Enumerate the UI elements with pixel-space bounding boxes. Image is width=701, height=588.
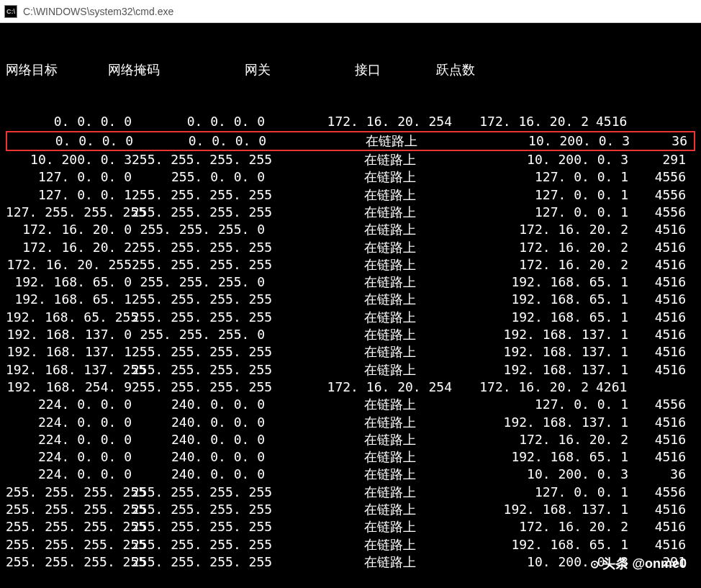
route-dest: 192. 168. 65. 1 xyxy=(6,291,132,308)
route-gateway: 172. 16. 20. 254 xyxy=(265,379,459,396)
header-mask: 网络掩码 xyxy=(71,61,196,78)
route-dest: 192. 168. 65. 255 xyxy=(6,309,132,326)
route-gateway: 在链路上 xyxy=(265,291,459,308)
route-metric: 36 xyxy=(628,466,686,483)
route-row: 224. 0. 0. 0240. 0. 0. 0在链路上192. 168. 13… xyxy=(6,414,695,431)
route-dest: 192. 168. 137. 255 xyxy=(6,361,132,379)
route-row: 192. 168. 65. 0255. 255. 255. 0在链路上192. … xyxy=(6,273,695,291)
route-row: 127. 0. 0. 0255. 0. 0. 0在链路上127. 0. 0. 1… xyxy=(6,168,695,186)
route-dest: 172. 16. 20. 255 xyxy=(6,256,132,273)
header-iface: 接口 xyxy=(319,61,416,78)
route-gateway: 在链路上 xyxy=(265,326,459,343)
route-mask: 0. 0. 0. 0 xyxy=(133,132,266,150)
route-mask: 255. 255. 255. 255 xyxy=(132,361,265,379)
route-dest: 192. 168. 254. 9 xyxy=(6,379,132,396)
route-dest: 255. 255. 255. 255 xyxy=(6,501,132,518)
route-iface: 192. 168. 65. 1 xyxy=(459,536,628,553)
route-metric: 4516 xyxy=(628,518,686,535)
route-iface: 192. 168. 65. 1 xyxy=(459,448,628,466)
route-dest: 255. 255. 255. 255 xyxy=(6,484,132,501)
route-metric: 36 xyxy=(630,132,687,150)
route-mask: 255. 255. 255. 255 xyxy=(132,204,265,221)
route-metric: 4516 xyxy=(628,414,686,431)
route-iface: 172. 16. 20. 2 xyxy=(459,431,628,448)
route-row: 0. 0. 0. 00. 0. 0. 0172. 16. 20. 254172.… xyxy=(6,113,695,130)
route-iface: 192. 168. 137. 1 xyxy=(459,501,628,518)
route-metric: 4516 xyxy=(628,343,686,361)
route-metric: 4556 xyxy=(628,484,686,501)
route-iface: 127. 0. 0. 1 xyxy=(459,484,628,501)
route-row: 127. 255. 255. 255255. 255. 255. 255在链路上… xyxy=(6,204,695,221)
route-row: 255. 255. 255. 255255. 255. 255. 255在链路上… xyxy=(6,484,695,501)
route-gateway: 在链路上 xyxy=(265,204,459,221)
route-dest: 224. 0. 0. 0 xyxy=(6,431,132,448)
route-mask: 240. 0. 0. 0 xyxy=(132,414,265,431)
route-mask: 240. 0. 0. 0 xyxy=(132,466,265,483)
route-row: 172. 16. 20. 0255. 255. 255. 0在链路上172. 1… xyxy=(6,221,695,238)
header-metric: 跃点数 xyxy=(416,61,495,78)
route-mask: 0. 0. 0. 0 xyxy=(132,113,265,130)
route-metric: 4261 xyxy=(589,379,646,396)
route-mask: 240. 0. 0. 0 xyxy=(132,448,265,466)
route-dest: 192. 168. 137. 1 xyxy=(6,343,132,361)
route-mask: 240. 0. 0. 0 xyxy=(132,431,265,448)
route-row: 172. 16. 20. 2255. 255. 255. 255在链路上172.… xyxy=(6,239,695,256)
route-metric: 4516 xyxy=(628,431,686,448)
route-iface: 10. 200. 0. 3 xyxy=(461,132,630,150)
route-gateway: 在链路上 xyxy=(265,484,459,501)
route-iface: 127. 0. 0. 1 xyxy=(459,186,628,204)
route-iface: 10. 200. 0. 3 xyxy=(459,151,628,168)
route-header-row: 网络目标 网络掩码 网关 接口 跃点数 xyxy=(6,61,695,78)
route-iface: 192. 168. 137. 1 xyxy=(459,361,628,379)
route-dest: 127. 0. 0. 1 xyxy=(6,186,132,204)
route-dest: 192. 168. 137. 0 xyxy=(6,326,132,343)
route-dest: 127. 255. 255. 255 xyxy=(6,204,132,221)
route-mask: 255. 255. 255. 255 xyxy=(132,291,265,308)
route-dest: 224. 0. 0. 0 xyxy=(6,448,132,466)
route-metric: 4516 xyxy=(628,501,686,518)
route-mask: 255. 255. 255. 0 xyxy=(132,326,265,343)
route-mask: 255. 255. 255. 255 xyxy=(132,239,265,256)
route-metric: 4556 xyxy=(628,396,686,413)
route-metric: 4556 xyxy=(628,204,686,221)
route-dest: 224. 0. 0. 0 xyxy=(6,414,132,431)
route-mask: 255. 255. 255. 255 xyxy=(132,501,265,518)
route-gateway: 在链路上 xyxy=(265,239,459,256)
route-mask: 255. 255. 255. 255 xyxy=(132,536,265,553)
route-iface: 172. 16. 20. 2 xyxy=(459,256,628,273)
route-row: 0. 0. 0. 00. 0. 0. 0在链路上10. 200. 0. 336 xyxy=(6,131,695,151)
route-row: 127. 0. 0. 1255. 255. 255. 255在链路上127. 0… xyxy=(6,186,695,204)
route-row: 192. 168. 137. 255255. 255. 255. 255在链路上… xyxy=(6,361,695,379)
route-iface: 172. 16. 20. 2 xyxy=(459,113,589,130)
route-gateway: 在链路上 xyxy=(265,151,459,168)
route-iface: 10. 200. 0. 3 xyxy=(459,466,628,483)
route-gateway: 在链路上 xyxy=(265,309,459,326)
route-mask: 255. 255. 255. 255 xyxy=(132,518,265,535)
route-dest: 255. 255. 255. 255 xyxy=(6,536,132,553)
route-row: 192. 168. 65. 1255. 255. 255. 255在链路上192… xyxy=(6,291,695,308)
route-gateway: 在链路上 xyxy=(265,448,459,466)
route-gateway: 在链路上 xyxy=(265,466,459,483)
route-iface: 192. 168. 65. 1 xyxy=(459,291,628,308)
route-gateway: 在链路上 xyxy=(265,221,459,238)
route-row: 224. 0. 0. 0240. 0. 0. 0在链路上127. 0. 0. 1… xyxy=(6,396,695,413)
route-row: 255. 255. 255. 255255. 255. 255. 255在链路上… xyxy=(6,518,695,535)
route-row: 224. 0. 0. 0240. 0. 0. 0在链路上10. 200. 0. … xyxy=(6,466,695,483)
route-row: 224. 0. 0. 0240. 0. 0. 0在链路上192. 168. 65… xyxy=(6,448,695,466)
route-mask: 255. 255. 255. 255 xyxy=(132,379,265,396)
route-dest: 255. 255. 255. 255 xyxy=(6,553,132,571)
route-row: 255. 255. 255. 255255. 255. 255. 255在链路上… xyxy=(6,536,695,553)
route-iface: 127. 0. 0. 1 xyxy=(459,168,628,186)
route-metric: 4516 xyxy=(628,291,686,308)
route-gateway: 在链路上 xyxy=(265,361,459,379)
route-mask: 240. 0. 0. 0 xyxy=(132,396,265,413)
header-dest: 网络目标 xyxy=(6,61,71,78)
route-dest: 0. 0. 0. 0 xyxy=(7,132,133,150)
route-metric: 4516 xyxy=(628,239,686,256)
route-metric: 291 xyxy=(628,151,686,168)
route-row: 10. 200. 0. 3255. 255. 255. 255在链路上10. 2… xyxy=(6,151,695,168)
route-gateway: 在链路上 xyxy=(265,256,459,273)
route-gateway: 在链路上 xyxy=(265,553,459,571)
route-dest: 255. 255. 255. 255 xyxy=(6,518,132,535)
route-gateway: 在链路上 xyxy=(265,396,459,413)
